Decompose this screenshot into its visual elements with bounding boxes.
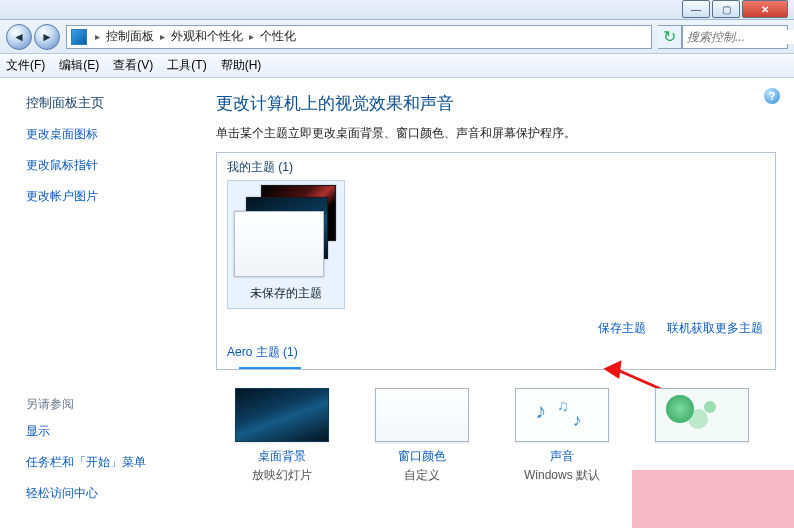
desktop-background-thumb xyxy=(235,388,329,442)
control-panel-icon xyxy=(71,29,87,45)
overlay-block xyxy=(632,470,794,528)
svg-text:♪: ♪ xyxy=(573,410,582,430)
chevron-right-icon: ▸ xyxy=(247,31,256,42)
breadcrumb-path[interactable]: ▸ 控制面板 ▸ 外观和个性化 ▸ 个性化 xyxy=(66,25,652,49)
refresh-button[interactable]: ↻ xyxy=(658,25,682,49)
search-box[interactable]: 🔍 xyxy=(682,25,788,49)
menu-bar: 文件(F) 编辑(E) 查看(V) 工具(T) 帮助(H) xyxy=(0,54,794,78)
setting-sublabel: Windows 默认 xyxy=(496,467,628,484)
sidebar-see-also-heading: 另请参阅 xyxy=(26,396,186,413)
svg-text:♪: ♪ xyxy=(536,399,547,423)
aero-themes-label: Aero 主题 (1) xyxy=(227,344,298,361)
menu-file[interactable]: 文件(F) xyxy=(6,57,45,74)
setting-sublabel: 自定义 xyxy=(356,467,488,484)
page-heading: 更改计算机上的视觉效果和声音 xyxy=(216,92,776,115)
sidebar-link-desktop-icons[interactable]: 更改桌面图标 xyxy=(26,126,186,143)
theme-item-unsaved[interactable]: 未保存的主题 xyxy=(227,180,345,309)
sidebar-link-taskbar[interactable]: 任务栏和「开始」菜单 xyxy=(26,454,186,471)
sidebar-link-mouse-pointers[interactable]: 更改鼠标指针 xyxy=(26,157,186,174)
get-more-themes-link[interactable]: 联机获取更多主题 xyxy=(667,321,763,335)
chevron-right-icon: ▸ xyxy=(93,31,102,42)
setting-desktop-background[interactable]: 桌面背景 放映幻灯片 xyxy=(216,388,348,484)
theme-caption: 未保存的主题 xyxy=(232,281,340,304)
sidebar: 控制面板主页 更改桌面图标 更改鼠标指针 更改帐户图片 另请参阅 显示 任务栏和… xyxy=(0,78,198,528)
breadcrumb-seg-control-panel[interactable]: 控制面板 xyxy=(102,28,158,45)
window-titlebar: — ▢ ✕ xyxy=(0,0,794,20)
themes-panel: 我的主题 (1) 未保存的主题 保存主题 联机获取更多主题 Aero 主题 (1… xyxy=(216,152,776,370)
window-color-thumb xyxy=(375,388,469,442)
chevron-right-icon: ▸ xyxy=(158,31,167,42)
address-bar: ◄ ► ▸ 控制面板 ▸ 外观和个性化 ▸ 个性化 ↻ 🔍 xyxy=(0,20,794,54)
svg-text:♫: ♫ xyxy=(557,397,569,414)
setting-sounds[interactable]: ♪♫♪ 声音 Windows 默认 xyxy=(496,388,628,484)
setting-label: 窗口颜色 xyxy=(356,448,488,465)
sidebar-link-account-picture[interactable]: 更改帐户图片 xyxy=(26,188,186,205)
screensaver-thumb xyxy=(655,388,749,442)
sound-thumb: ♪♫♪ xyxy=(515,388,609,442)
search-input[interactable] xyxy=(683,30,794,44)
menu-tools[interactable]: 工具(T) xyxy=(167,57,206,74)
setting-label: 桌面背景 xyxy=(216,448,348,465)
theme-thumbnail xyxy=(232,185,340,277)
menu-edit[interactable]: 编辑(E) xyxy=(59,57,99,74)
help-icon[interactable]: ? xyxy=(764,88,780,104)
save-theme-link[interactable]: 保存主题 xyxy=(598,321,646,335)
page-description: 单击某个主题立即更改桌面背景、窗口颜色、声音和屏幕保护程序。 xyxy=(216,125,776,142)
setting-sublabel: 放映幻灯片 xyxy=(216,467,348,484)
breadcrumb-seg-personalization[interactable]: 个性化 xyxy=(256,28,300,45)
main-content: ? 更改计算机上的视觉效果和声音 单击某个主题立即更改桌面背景、窗口颜色、声音和… xyxy=(198,78,794,528)
minimize-button[interactable]: — xyxy=(682,0,710,18)
setting-label: 声音 xyxy=(496,448,628,465)
my-themes-label: 我的主题 (1) xyxy=(227,159,765,176)
aero-theme-peek[interactable] xyxy=(239,367,301,370)
forward-button[interactable]: ► xyxy=(34,24,60,50)
sidebar-home-link[interactable]: 控制面板主页 xyxy=(26,94,186,112)
sidebar-link-ease-of-access[interactable]: 轻松访问中心 xyxy=(26,485,186,502)
maximize-button[interactable]: ▢ xyxy=(712,0,740,18)
close-button[interactable]: ✕ xyxy=(742,0,788,18)
menu-view[interactable]: 查看(V) xyxy=(113,57,153,74)
back-button[interactable]: ◄ xyxy=(6,24,32,50)
breadcrumb-seg-appearance[interactable]: 外观和个性化 xyxy=(167,28,247,45)
sidebar-link-display[interactable]: 显示 xyxy=(26,423,186,440)
setting-window-color[interactable]: 窗口颜色 自定义 xyxy=(356,388,488,484)
menu-help[interactable]: 帮助(H) xyxy=(221,57,262,74)
